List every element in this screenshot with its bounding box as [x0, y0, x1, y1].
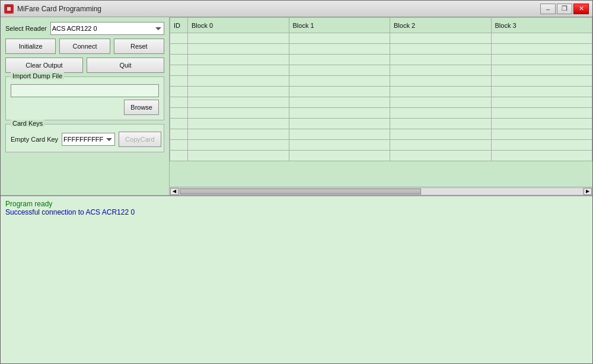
table-cell [289, 119, 390, 129]
table-scroll-container[interactable]: ID Block 0 Block 1 Block 2 Block 3 [170, 17, 592, 187]
select-reader-row: Select Reader ACS ACR122 0 [5, 22, 164, 35]
table-body [170, 33, 592, 161]
table-row [170, 33, 592, 44]
card-keys-title: Card Keys [11, 120, 44, 127]
table-cell [289, 76, 390, 87]
table-cell [491, 44, 592, 55]
table-cell [188, 55, 289, 65]
table-cell [491, 97, 592, 108]
table-cell [390, 33, 492, 44]
file-input-area [11, 84, 159, 97]
table-row [170, 44, 592, 55]
table-cell [188, 140, 289, 151]
table-cell [289, 151, 390, 161]
table-cell [188, 119, 289, 129]
quit-button[interactable]: Quit [87, 58, 164, 73]
empty-card-key-label: Empty Card Key [11, 136, 58, 143]
minimize-button[interactable]: – [540, 4, 556, 14]
table-cell [390, 76, 492, 87]
table-cell [170, 44, 188, 55]
table-cell [188, 33, 289, 44]
scroll-right-arrow[interactable]: ▶ [584, 188, 592, 195]
table-cell [491, 119, 592, 129]
table-row [170, 129, 592, 140]
table-cell [188, 44, 289, 55]
table-cell [188, 97, 289, 108]
table-cell [390, 55, 492, 65]
table-cell [491, 33, 592, 44]
table-cell [491, 140, 592, 151]
connect-button[interactable]: Connect [59, 39, 110, 54]
col-block1: Block 1 [289, 18, 390, 33]
horizontal-scrollbar[interactable]: ◀ ▶ [170, 187, 592, 195]
table-cell [289, 97, 390, 108]
scroll-left-arrow[interactable]: ◀ [170, 188, 178, 195]
table-cell [188, 151, 289, 161]
output-line: Program ready [5, 200, 588, 208]
title-bar-left: MiFare Card Programming [4, 4, 101, 14]
table-cell [170, 76, 188, 87]
content-area: Select Reader ACS ACR122 0 Initialize Co… [1, 17, 592, 363]
table-cell [170, 33, 188, 44]
title-bar: MiFare Card Programming – ❒ ✕ [1, 1, 592, 17]
table-row [170, 76, 592, 87]
window-title: MiFare Card Programming [17, 5, 101, 13]
clear-output-button[interactable]: Clear Output [5, 58, 83, 73]
reader-action-buttons: Initialize Connect Reset [5, 39, 164, 54]
output-area: Program readySuccessful connection to AC… [1, 196, 592, 363]
browse-button[interactable]: Browse [124, 100, 159, 115]
table-row [170, 108, 592, 119]
table-cell [170, 119, 188, 129]
initialize-button[interactable]: Initialize [5, 39, 56, 54]
table-cell [390, 151, 492, 161]
table-cell [390, 97, 492, 108]
table-cell [390, 65, 492, 76]
output-panel: Program readySuccessful connection to AC… [1, 195, 592, 363]
col-block3: Block 3 [491, 18, 592, 33]
table-header-row: ID Block 0 Block 1 Block 2 Block 3 [170, 18, 592, 33]
table-row [170, 119, 592, 129]
table-cell [170, 87, 188, 97]
table-cell [390, 119, 492, 129]
table-cell [188, 87, 289, 97]
scroll-thumb[interactable] [180, 189, 421, 194]
app-icon [4, 4, 14, 14]
output-action-buttons: Clear Output Quit [5, 58, 164, 73]
file-path-input[interactable] [11, 84, 159, 97]
scroll-track[interactable] [180, 189, 582, 194]
table-cell [170, 129, 188, 140]
table-cell [289, 65, 390, 76]
table-cell [170, 151, 188, 161]
table-cell [170, 108, 188, 119]
table-cell [188, 129, 289, 140]
table-cell [289, 87, 390, 97]
col-id: ID [170, 18, 188, 33]
table-cell [188, 76, 289, 87]
col-block2: Block 2 [390, 18, 492, 33]
title-controls: – ❒ ✕ [540, 4, 589, 14]
table-row [170, 140, 592, 151]
table-cell [170, 140, 188, 151]
table-cell [188, 65, 289, 76]
table-cell [289, 129, 390, 140]
close-button[interactable]: ✕ [573, 4, 589, 14]
table-cell [390, 108, 492, 119]
table-row [170, 55, 592, 65]
table-cell [170, 55, 188, 65]
copy-card-button[interactable]: CopyCard [119, 132, 161, 147]
table-cell [491, 129, 592, 140]
browse-row: Browse [11, 100, 159, 115]
table-cell [289, 33, 390, 44]
table-row [170, 65, 592, 76]
table-cell [289, 55, 390, 65]
table-cell [289, 44, 390, 55]
table-cell [390, 140, 492, 151]
left-panel: Select Reader ACS ACR122 0 Initialize Co… [1, 17, 170, 195]
reader-select[interactable]: ACS ACR122 0 [50, 22, 164, 35]
reset-button[interactable]: Reset [114, 39, 164, 54]
table-cell [491, 65, 592, 76]
restore-button[interactable]: ❒ [557, 4, 572, 14]
card-keys-content: Empty Card Key FFFFFFFFFFFF CopyCard [11, 132, 159, 147]
key-select[interactable]: FFFFFFFFFFFF [62, 133, 115, 146]
data-table: ID Block 0 Block 1 Block 2 Block 3 [170, 17, 592, 161]
